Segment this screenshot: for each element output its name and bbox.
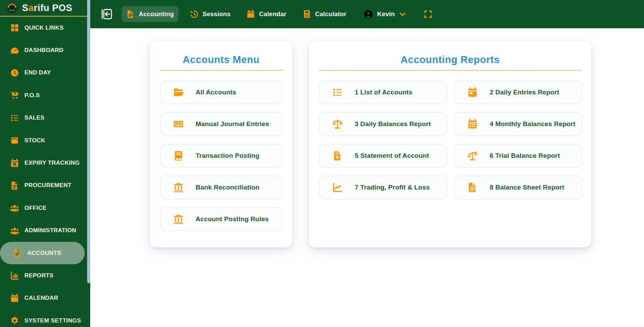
report-item-label: 2 Daily Entries Report: [490, 89, 559, 96]
sidebar-item-label: END DAY: [24, 69, 51, 76]
sidebar-item-pos[interactable]: P.O.S: [0, 84, 87, 106]
sidebar-item-label: SALES: [24, 114, 44, 121]
brand: Sarifu POS: [0, 0, 87, 17]
tab-calculator[interactable]: Calculator: [298, 6, 351, 22]
report-item-label: 8 Balance Sheet Report: [490, 184, 564, 191]
menu-item-bank-reconciliation[interactable]: Bank Reconciliation: [160, 176, 282, 199]
sidebar-item-label: QUICK LINKS: [24, 24, 64, 31]
user-menu[interactable]: Kevin: [363, 9, 406, 19]
calendar-xmark-icon: [10, 159, 19, 168]
report-item-label: 7 Trading, Profit & Loss: [355, 184, 430, 191]
sidebar-item-end-day[interactable]: END DAY: [0, 62, 87, 84]
file-lines-icon: [10, 181, 19, 190]
user-name: Kevin: [377, 10, 395, 18]
sidebar-scrollbar[interactable]: [87, 0, 90, 327]
scrollbar-thumb[interactable]: [87, 0, 90, 283]
cart-plus-icon: [10, 91, 19, 100]
accounting-reports-title: Accounting Reports: [309, 54, 591, 65]
gear-icon: [10, 316, 19, 325]
chart-column-icon: [10, 271, 19, 280]
sidebar-item-sales[interactable]: SALES: [0, 107, 87, 129]
tab-label: Calendar: [259, 11, 286, 18]
file-invoice-dollar-icon: [332, 150, 343, 161]
chevron-down-icon: [399, 10, 406, 18]
sidebar-nav: QUICK LINKS DASHBOARD END DAY P.O.S SALE…: [0, 17, 87, 327]
report-item-trading-profit-loss[interactable]: 7 Trading, Profit & Loss: [319, 176, 447, 199]
report-item-trial-balance-report[interactable]: 6 Trial Balance Report: [454, 144, 582, 167]
sidebar-item-expiry-tracking[interactable]: EXPIRY TRACKING: [0, 152, 87, 174]
sidebar-item-label: EXPIRY TRACKING: [24, 160, 80, 166]
scale-unbalanced-icon: [467, 150, 478, 161]
sidebar-item-procurement[interactable]: PROCUREMENT: [0, 174, 87, 197]
accounts-menu-card: Accounts Menu All Accounts Manual Journa…: [150, 41, 292, 247]
fullscreen-button[interactable]: [424, 10, 433, 19]
sidebar-item-dashboard[interactable]: DASHBOARD: [0, 39, 87, 61]
menu-item-label: Transaction Posting: [196, 152, 259, 160]
report-item-monthly-balances-report[interactable]: 4 Monthly Balances Report: [454, 112, 582, 136]
calculator-icon: [302, 10, 311, 19]
sidebar-item-office[interactable]: OFFICE: [0, 197, 87, 219]
menu-item-manual-journal-entries[interactable]: Manual Journal Entries: [160, 112, 282, 136]
users-icon: [10, 226, 19, 235]
sidebar-item-calendar[interactable]: CALENDAR: [0, 287, 87, 309]
collapse-sidebar-button[interactable]: [101, 8, 113, 20]
book-icon: [173, 150, 184, 161]
gauge-icon: [10, 46, 19, 55]
sidebar-item-label: OFFICE: [24, 205, 46, 212]
sidebar-item-label: PROCUREMENT: [24, 182, 71, 189]
sidebar-item-accounts[interactable]: ACCOUNTS: [0, 242, 85, 264]
tab-calendar[interactable]: Calendar: [242, 6, 291, 22]
sidebar-item-stock[interactable]: STOCK: [0, 129, 87, 152]
report-item-statement-of-account[interactable]: 5 Statement of Account: [319, 144, 447, 167]
sidebar: Sarifu POS QUICK LINKS DASHBOARD END DAY…: [0, 0, 87, 327]
menu-item-all-accounts[interactable]: All Accounts: [160, 81, 282, 104]
menu-item-transaction-posting[interactable]: Transaction Posting: [160, 144, 282, 167]
landmark-icon: [173, 182, 184, 193]
report-item-label: 6 Trial Balance Report: [490, 152, 560, 160]
app-title: Sarifu POS: [22, 3, 72, 13]
tab-label: Accounting: [139, 11, 174, 18]
report-item-label: 4 Monthly Balances Report: [490, 120, 575, 128]
box-icon: [10, 136, 19, 145]
file-lines-icon: [467, 182, 478, 193]
menu-item-label: Account Posting Rules: [196, 215, 269, 223]
accounts-menu-title: Accounts Menu: [150, 54, 292, 65]
report-item-balance-sheet-report[interactable]: 8 Balance Sheet Report: [454, 176, 582, 199]
menu-item-account-posting-rules[interactable]: Account Posting Rules: [160, 207, 282, 231]
report-item-label: 1 List of Accounts: [355, 89, 413, 96]
grid-icon: [10, 23, 19, 32]
accounts-menu-list: All Accounts Manual Journal Entries Tran…: [150, 81, 292, 231]
tab-accounting[interactable]: Accounting: [122, 6, 178, 22]
landmark-icon: [173, 214, 184, 225]
circle-user-icon: [363, 9, 373, 19]
sidebar-item-quick-links[interactable]: QUICK LINKS: [0, 17, 87, 39]
sidebar-item-label: ACCOUNTS: [27, 250, 61, 257]
report-item-list-of-accounts[interactable]: 1 List of Accounts: [319, 81, 447, 104]
keyboard-icon: [173, 119, 184, 130]
folder-open-icon: [173, 87, 184, 98]
sidebar-item-reports[interactable]: REPORTS: [0, 264, 87, 287]
title-underline: [159, 70, 283, 71]
report-item-label: 3 Daily Balances Report: [355, 120, 431, 128]
sidebar-item-label: REPORTS: [24, 272, 53, 279]
clock-icon: [10, 68, 19, 78]
calendar-icon: [246, 10, 255, 19]
report-item-daily-entries-report[interactable]: 2 Daily Entries Report: [454, 81, 582, 104]
sidebar-item-label: STOCK: [24, 137, 45, 144]
topbar-tabs: Accounting Sessions Calendar Calculator: [122, 6, 351, 22]
title-underline: [319, 70, 582, 71]
sidebar-item-administration[interactable]: ADMINISTRATION: [0, 219, 87, 242]
tab-sessions[interactable]: Sessions: [185, 6, 235, 22]
accounting-reports-grid: 1 List of Accounts 2 Daily Entries Repor…: [309, 81, 591, 199]
expand-icon: [424, 10, 433, 19]
sidebar-item-label: ADMINISTRATION: [24, 227, 76, 234]
sidebar-item-system-settings[interactable]: SYSTEM SETTINGS: [0, 309, 87, 327]
sidebar-item-label: P.O.S: [24, 92, 40, 99]
report-item-label: 5 Statement of Account: [355, 152, 429, 160]
menu-item-label: Manual Journal Entries: [196, 120, 269, 128]
history-icon: [190, 10, 199, 19]
scale-balanced-icon: [332, 119, 343, 130]
brand-logo-icon: [6, 2, 18, 14]
report-item-daily-balances-report[interactable]: 3 Daily Balances Report: [319, 112, 447, 136]
menu-item-label: Bank Reconciliation: [196, 184, 259, 191]
